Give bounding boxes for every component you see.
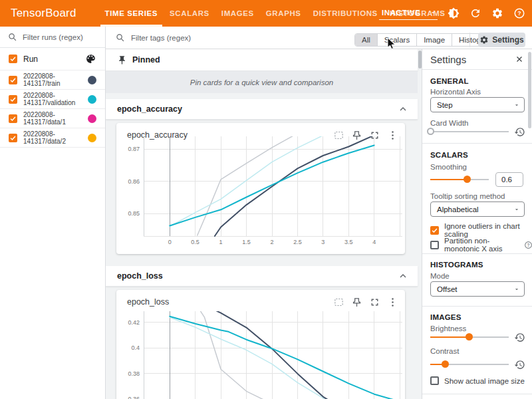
- run-row-data-1[interactable]: 20220808-141317/data/1: [0, 109, 105, 128]
- gear-icon: [491, 7, 503, 19]
- svg-text:0.42: 0.42: [128, 319, 140, 326]
- run-checkbox[interactable]: [9, 95, 17, 104]
- tab-time-series[interactable]: TIME SERIES: [99, 0, 164, 27]
- partition-x-axis-checkbox[interactable]: [430, 241, 439, 249]
- contrast-label: Contrast: [430, 347, 459, 355]
- select-all-runs-checkbox[interactable]: [9, 55, 17, 63]
- section-epoch-accuracy[interactable]: epoch_accuracy: [106, 99, 418, 120]
- svg-text:1: 1: [219, 239, 223, 245]
- tab-images[interactable]: IMAGES: [215, 0, 260, 27]
- divider: [422, 394, 532, 394]
- filter-tags-input[interactable]: [131, 34, 251, 42]
- brightness-label: Brightness: [430, 325, 466, 332]
- chevron-up-icon[interactable]: [398, 271, 408, 281]
- histograms-section-label: HISTOGRAMS: [430, 261, 483, 269]
- slider-handle[interactable]: [442, 360, 449, 368]
- run-color-dot: [88, 76, 96, 84]
- reset-card-width-icon[interactable]: [514, 126, 525, 138]
- reload-button[interactable]: [469, 7, 481, 19]
- general-section-label: GENERAL: [430, 77, 469, 85]
- tab-distributions[interactable]: DISTRIBUTIONS: [307, 0, 384, 27]
- help-circle-icon[interactable]: ?: [524, 241, 532, 249]
- svg-text:0.5: 0.5: [191, 239, 200, 245]
- tooltip-sorting-value: Alphabetical: [437, 205, 513, 213]
- theme-toggle-button[interactable]: [448, 7, 460, 19]
- check-icon: [9, 115, 17, 122]
- run-list-header: Run: [0, 48, 105, 70]
- smoothing-label: Smoothing: [430, 163, 467, 171]
- slider-handle[interactable]: [427, 128, 434, 135]
- refresh-icon: [469, 7, 481, 19]
- run-name: 20220808-141317/validation: [23, 92, 80, 106]
- card-epoch-accuracy: epoch_accuracy 0.850.860.8700.511.522.53…: [116, 123, 405, 254]
- slider-track: [430, 364, 509, 365]
- run-color-dot: [88, 114, 96, 123]
- status-dropdown[interactable]: INACTIVE: [379, 7, 438, 20]
- horizontal-axis-select[interactable]: Step: [430, 97, 525, 112]
- tab-scalars[interactable]: SCALARS: [164, 0, 215, 27]
- help-icon: ?: [513, 7, 525, 19]
- run-name: 20220808-141317/train: [23, 72, 80, 87]
- slider-handle[interactable]: [464, 176, 471, 183]
- svg-text:4: 4: [372, 239, 376, 245]
- svg-text:3.5: 3.5: [344, 239, 353, 245]
- filter-all-button[interactable]: All: [355, 34, 378, 46]
- slider-track: [430, 336, 509, 338]
- filter-image-button[interactable]: Image: [417, 34, 452, 46]
- help-button[interactable]: ?: [513, 7, 525, 19]
- run-row-train[interactable]: 20220808-141317/train: [0, 70, 105, 90]
- tooltip-sorting-select[interactable]: Alphabetical: [430, 201, 525, 217]
- tab-graphs[interactable]: GRAPHS: [260, 0, 307, 27]
- show-actual-size-checkbox[interactable]: [430, 376, 439, 385]
- close-icon[interactable]: [515, 55, 524, 64]
- cards-area: Pinned Pin cards for a quick view and co…: [106, 49, 422, 399]
- divider: [422, 253, 532, 254]
- app-logo[interactable]: TensorBoard: [11, 7, 76, 20]
- reset-contrast-icon[interactable]: [514, 359, 525, 370]
- run-row-data-2[interactable]: 20220808-141317/data/2: [0, 128, 105, 148]
- contrast-slider[interactable]: [430, 360, 509, 368]
- svg-text:2: 2: [270, 239, 273, 245]
- caret-down-icon: [513, 286, 520, 293]
- epoch-loss-chart[interactable]: 0.420.40.380.36: [116, 299, 405, 399]
- svg-text:0.4: 0.4: [131, 344, 140, 351]
- run-row-validation[interactable]: 20220808-141317/validation: [0, 90, 105, 109]
- global-settings-button[interactable]: [491, 7, 503, 19]
- settings-panel-title: Settings: [430, 54, 466, 65]
- reset-brightness-icon[interactable]: [514, 332, 525, 343]
- tags-filter-row: [116, 27, 251, 49]
- images-section-label: IMAGES: [430, 313, 462, 321]
- check-icon: [9, 76, 17, 84]
- section-title: epoch_accuracy: [117, 104, 398, 114]
- smoothing-value-input[interactable]: [496, 173, 523, 186]
- filter-scalars-button[interactable]: Scalars: [378, 34, 417, 46]
- section-epoch-loss[interactable]: epoch_loss: [106, 266, 418, 287]
- filter-runs-input[interactable]: [23, 33, 96, 41]
- status-value: INACTIVE: [382, 9, 420, 17]
- run-column-header: Run: [23, 55, 85, 64]
- svg-text:0.36: 0.36: [128, 396, 140, 399]
- check-icon: [9, 55, 17, 63]
- palette-icon[interactable]: [85, 53, 96, 65]
- run-checkbox[interactable]: [9, 76, 17, 84]
- pinned-label: Pinned: [132, 55, 160, 65]
- ignore-outliers-checkbox[interactable]: [430, 226, 439, 235]
- settings-toggle-button[interactable]: Settings: [478, 33, 525, 47]
- card-width-slider[interactable]: [430, 128, 509, 136]
- ignore-outliers-label: Ignore outliers in chart scaling: [444, 222, 532, 238]
- svg-text:0.85: 0.85: [128, 210, 140, 217]
- run-checkbox[interactable]: [9, 134, 17, 142]
- divider: [422, 143, 532, 144]
- tags-toolbar: All Scalars Image Histogram Settings: [106, 27, 532, 49]
- svg-text:2.5: 2.5: [293, 239, 302, 245]
- epoch-accuracy-chart[interactable]: 0.850.860.8700.511.522.533.54: [116, 135, 405, 256]
- smoothing-slider[interactable]: [430, 176, 489, 184]
- slider-handle[interactable]: [466, 333, 473, 340]
- settings-scrollbar-thumb[interactable]: [528, 52, 531, 128]
- chevron-up-icon[interactable]: [398, 104, 408, 114]
- run-checkbox[interactable]: [9, 114, 17, 123]
- toolbar-divider: [469, 33, 470, 47]
- brightness-slider[interactable]: [430, 333, 509, 341]
- gear-icon: [479, 35, 489, 45]
- histogram-mode-select[interactable]: Offset: [430, 281, 525, 297]
